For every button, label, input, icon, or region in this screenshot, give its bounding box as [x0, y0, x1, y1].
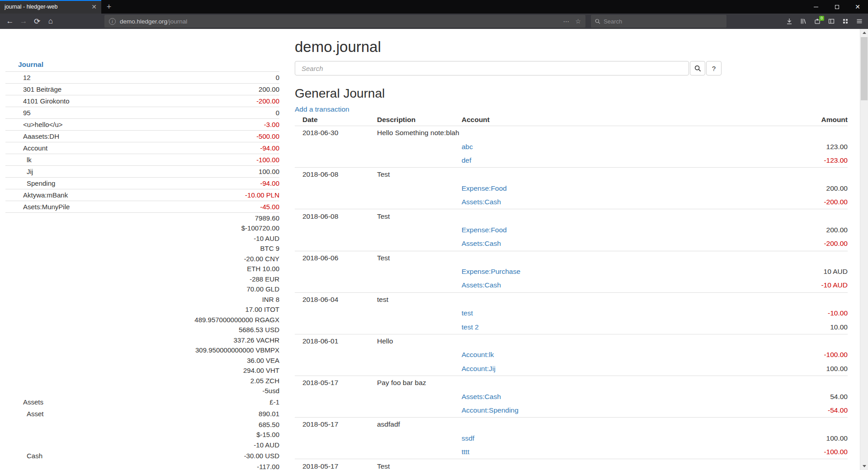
account-balance: 2.05 ZCH: [250, 377, 279, 385]
account-balance: 294.00 VHT: [243, 367, 279, 374]
back-button[interactable]: ←: [3, 15, 17, 28]
account-name-link[interactable]: Account: [5, 144, 47, 152]
scrollbar-up-arrow[interactable]: [860, 29, 868, 37]
journal-search-button[interactable]: [690, 61, 705, 75]
browser-tab[interactable]: journal - hledger-web ✕: [0, 0, 101, 14]
posting-account-link[interactable]: Expense:Purchase: [462, 268, 520, 275]
posting-account-link[interactable]: abc: [462, 143, 473, 150]
account-balance: -5usd: [262, 387, 279, 395]
sidebar-toggle-icon[interactable]: [826, 15, 836, 27]
account-name-link[interactable]: 4101 Girokonto: [5, 97, 70, 105]
posting-account-link[interactable]: test: [462, 309, 473, 317]
account-balance: -20.00 CNY: [244, 255, 279, 263]
account-balance: -10.00 PLN: [245, 191, 279, 199]
reload-button[interactable]: ⟳: [30, 15, 44, 28]
account-balance: -3.00: [264, 121, 279, 128]
account-name-link[interactable]: 12: [5, 74, 31, 81]
library-icon[interactable]: [798, 15, 808, 27]
url-bar[interactable]: i demo.hledger.org/journal ⋯ ☆: [104, 15, 585, 28]
posting-account-link[interactable]: Account:Spending: [462, 406, 519, 414]
posting-account-link[interactable]: Account:lk: [462, 351, 494, 358]
add-transaction-link[interactable]: Add a transaction: [295, 105, 349, 113]
account-name-link[interactable]: lk: [5, 156, 32, 164]
menu-icon[interactable]: [854, 15, 864, 27]
new-tab-button[interactable]: +: [101, 0, 117, 14]
transaction-title-row[interactable]: 2018-05-17 asdfadf: [295, 418, 848, 431]
account-name-link[interactable]: Assets: [5, 398, 43, 406]
account-balance: -288 EUR: [250, 275, 279, 283]
scrollbar-down-arrow[interactable]: [860, 462, 868, 470]
posting-amount: -10 AUD: [771, 281, 848, 289]
tab-close-icon[interactable]: ✕: [91, 4, 97, 10]
posting-account-link[interactable]: tttt: [462, 448, 469, 456]
header-amount: Amount: [771, 116, 848, 124]
page-actions-icon[interactable]: ⋯: [563, 18, 569, 25]
sidebar-journal-link[interactable]: Journal: [5, 61, 279, 72]
transaction-title-row[interactable]: 2018-06-06 Test: [295, 251, 848, 265]
posting-account-link[interactable]: def: [462, 156, 472, 164]
transaction-title-row[interactable]: 2018-06-08 Test: [295, 209, 848, 223]
transaction-title-row[interactable]: 2018-06-04 test: [295, 293, 848, 306]
posting-account-link[interactable]: Expense:Food: [462, 184, 507, 192]
browser-search-input[interactable]: [604, 18, 722, 25]
active-tab-indicator: [0, 0, 101, 1]
url-text[interactable]: demo.hledger.org/journal: [120, 18, 187, 25]
posting-account-link[interactable]: Assets:Cash: [462, 240, 501, 247]
account-name-link[interactable]: Asset: [5, 410, 44, 418]
posting-account-link[interactable]: test 2: [462, 323, 479, 331]
account-name-link[interactable]: Aaasets:DH: [5, 132, 59, 140]
extension-icon[interactable]: 0: [812, 15, 822, 27]
transaction: 2018-06-06 Test Expense:Purch: [295, 251, 848, 292]
sidebar-account-row: BTC 9: [5, 244, 279, 254]
posting-row: ssdf 100.00: [295, 432, 848, 445]
account-name-link[interactable]: Cash: [5, 452, 42, 460]
posting-account-link[interactable]: Assets:Cash: [462, 198, 501, 206]
page-scrollbar[interactable]: [860, 29, 868, 470]
browser-search-bar[interactable]: [591, 15, 726, 28]
urlbar-actions: ⋯ ☆: [563, 18, 581, 25]
posting-account-link[interactable]: Assets:Cash: [462, 281, 501, 289]
account-name-link[interactable]: <u>hello</u>: [5, 121, 63, 128]
sidebar-account-row: 294.00 VHT: [5, 366, 279, 376]
home-button[interactable]: ⌂: [44, 15, 57, 28]
posting-account-link[interactable]: ssdf: [462, 434, 474, 442]
window-close-button[interactable]: ✕: [847, 0, 868, 14]
window-minimize-button[interactable]: [806, 0, 826, 14]
transaction: 2018-05-17 Test: [295, 459, 848, 470]
account-name-link[interactable]: 95: [5, 109, 31, 117]
minimize-icon: [814, 7, 818, 7]
account-balance: -10 AUD: [254, 235, 279, 242]
journal-search-input[interactable]: [295, 61, 689, 75]
posting-account-link[interactable]: Expense:Food: [462, 226, 507, 234]
transaction-title-row[interactable]: 2018-06-30 Hello Something note:blah: [295, 126, 848, 140]
window-maximize-button[interactable]: [826, 0, 847, 14]
transaction-title-row[interactable]: 2018-05-17 Test: [295, 459, 848, 470]
account-name-link[interactable]: Aktywa:mBank: [5, 191, 68, 199]
download-icon[interactable]: [784, 15, 794, 27]
account-name-link[interactable]: 301 Beiträge: [5, 85, 61, 93]
account-name-link[interactable]: Jij: [5, 168, 33, 175]
forward-button[interactable]: →: [17, 15, 30, 28]
apps-grid-icon[interactable]: [840, 15, 850, 27]
sidebar-account-row: 95 0: [5, 107, 279, 119]
account-balance: 309.950000000000 VBMPX: [195, 346, 279, 354]
journal-table: Date Description Account Amount 2018-06-…: [295, 114, 848, 470]
bookmark-star-icon[interactable]: ☆: [575, 18, 581, 25]
site-info-icon[interactable]: i: [109, 18, 116, 25]
scrollbar-thumb[interactable]: [861, 37, 868, 100]
transaction-description: asdfadf: [377, 420, 462, 428]
sidebar-account-row: 4101 Girokonto -200.00: [5, 95, 279, 107]
posting-amount: -200.00: [771, 240, 848, 248]
posting-account-link[interactable]: Assets:Cash: [462, 393, 501, 400]
posting-amount: 54.00: [771, 393, 848, 401]
transaction-title-row[interactable]: 2018-05-17 Pay foo bar baz: [295, 376, 848, 390]
account-balance: -10 AUD: [254, 441, 279, 449]
postings: abc 123.00 def -123.00: [295, 140, 848, 167]
account-balance: -100.00: [256, 156, 279, 164]
search-help-button[interactable]: ?: [706, 61, 722, 75]
transaction-title-row[interactable]: 2018-06-08 Test: [295, 168, 848, 181]
transaction-title-row[interactable]: 2018-06-01 Hello: [295, 334, 848, 348]
posting-account-link[interactable]: Account:Jij: [462, 365, 495, 372]
account-name-link[interactable]: Asets:MunyPile: [5, 203, 70, 211]
account-name-link[interactable]: Spending: [5, 179, 55, 187]
